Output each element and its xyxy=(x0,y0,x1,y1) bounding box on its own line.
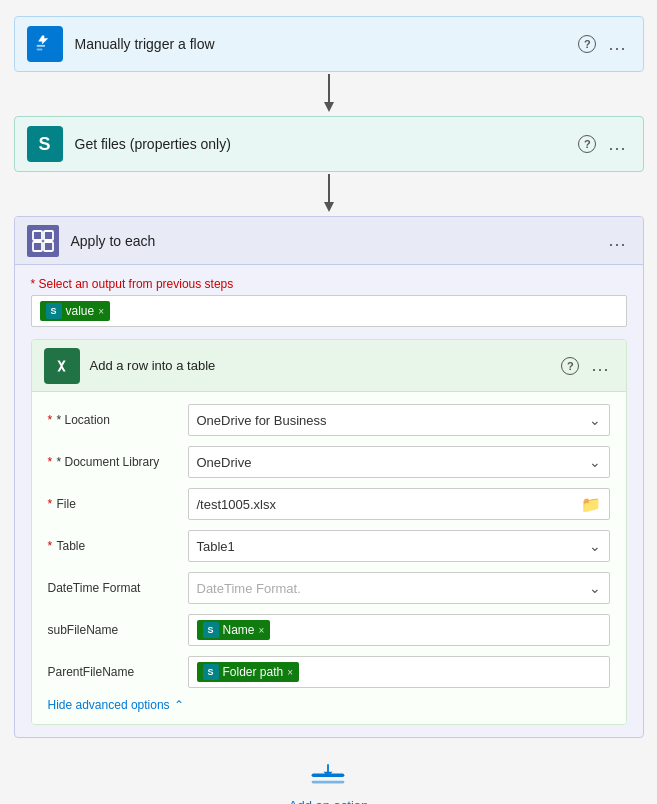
subfilename-tag-icon: S xyxy=(203,622,219,638)
file-input[interactable]: /test1005.xlsx 📁 xyxy=(188,488,610,520)
table-value: Table1 xyxy=(197,539,589,554)
subfilename-label: subFileName xyxy=(48,623,188,637)
trigger-help[interactable]: ? xyxy=(578,35,596,53)
svg-rect-1 xyxy=(36,49,42,51)
add-action-label: Add an action xyxy=(289,798,369,804)
location-row: * * Location OneDrive for Business ⌄ xyxy=(48,404,610,436)
apply-each-more-button[interactable]: ... xyxy=(604,228,630,253)
parentfilename-tag-input[interactable]: S Folder path × xyxy=(188,656,610,688)
datetime-format-placeholder: DateTime Format. xyxy=(197,581,589,596)
add-action-area: Add an action xyxy=(289,762,369,804)
datetime-chevron-icon: ⌄ xyxy=(589,580,601,596)
select-output-label: * Select an output from previous steps xyxy=(31,277,627,291)
chevron-up-icon: ⌃ xyxy=(174,698,184,712)
trigger-card: Manually trigger a flow ? ... xyxy=(14,16,644,72)
datetime-format-label: DateTime Format xyxy=(48,581,188,595)
file-row: * File /test1005.xlsx 📁 xyxy=(48,488,610,520)
parentfilename-tag-icon: S xyxy=(203,664,219,680)
parentfilename-tag: S Folder path × xyxy=(197,662,300,682)
tag-label: value xyxy=(66,304,95,318)
parentfilename-label: ParentFileName xyxy=(48,665,188,679)
location-value: OneDrive for Business xyxy=(197,413,589,428)
apply-each-title: Apply to each xyxy=(71,233,605,249)
svg-rect-7 xyxy=(44,231,53,240)
arrow-1 xyxy=(317,74,341,114)
apply-each-body: * Select an output from previous steps S… xyxy=(15,265,643,737)
excel-card-title: Add a row into a table xyxy=(90,358,562,373)
value-tag: S value × xyxy=(40,301,111,321)
trigger-title: Manually trigger a flow xyxy=(75,36,579,52)
get-files-help[interactable]: ? xyxy=(578,135,596,153)
table-chevron-icon: ⌄ xyxy=(589,538,601,554)
subfilename-tag-close[interactable]: × xyxy=(259,625,265,636)
tag-close-btn[interactable]: × xyxy=(98,306,104,317)
table-row: * Table Table1 ⌄ xyxy=(48,530,610,562)
document-library-label: * * Document Library xyxy=(48,455,188,469)
get-files-more-button[interactable]: ... xyxy=(604,132,630,157)
document-library-row: * * Document Library OneDrive ⌄ xyxy=(48,446,610,478)
svg-marker-3 xyxy=(324,102,334,112)
location-dropdown[interactable]: OneDrive for Business ⌄ xyxy=(188,404,610,436)
trigger-icon xyxy=(27,26,63,62)
trigger-more-button[interactable]: ... xyxy=(604,32,630,57)
folder-browse-icon[interactable]: 📁 xyxy=(581,495,601,514)
apply-each-icon xyxy=(27,225,59,257)
document-library-chevron-icon: ⌄ xyxy=(589,454,601,470)
svg-rect-12 xyxy=(312,781,345,784)
add-action-button[interactable]: Add an action xyxy=(289,762,369,804)
subfilename-tag-label: Name xyxy=(223,623,255,637)
sharepoint-icon: S xyxy=(27,126,63,162)
document-library-dropdown[interactable]: OneDrive ⌄ xyxy=(188,446,610,478)
svg-rect-0 xyxy=(36,45,44,47)
hide-advanced-link[interactable]: Hide advanced options ⌃ xyxy=(48,698,610,712)
table-dropdown[interactable]: Table1 ⌄ xyxy=(188,530,610,562)
get-files-title: Get files (properties only) xyxy=(75,136,579,152)
svg-rect-8 xyxy=(33,242,42,251)
excel-card-header: Add a row into a table ? ... xyxy=(32,340,626,392)
get-files-card: S Get files (properties only) ? ... xyxy=(14,116,644,172)
svg-rect-9 xyxy=(44,242,53,251)
excel-icon xyxy=(44,348,80,384)
location-label: * * Location xyxy=(48,413,188,427)
datetime-format-dropdown[interactable]: DateTime Format. ⌄ xyxy=(188,572,610,604)
excel-card-body: * * Location OneDrive for Business ⌄ * *… xyxy=(32,392,626,724)
svg-rect-6 xyxy=(33,231,42,240)
tag-sp-icon: S xyxy=(46,303,62,319)
arrow-2 xyxy=(317,174,341,214)
add-action-icon xyxy=(308,762,348,794)
excel-card: Add a row into a table ? ... * * Locatio… xyxy=(31,339,627,725)
parentfilename-tag-label: Folder path xyxy=(223,665,284,679)
datetime-format-row: DateTime Format DateTime Format. ⌄ xyxy=(48,572,610,604)
apply-each-container: Apply to each ... * Select an output fro… xyxy=(14,216,644,738)
file-label: * File xyxy=(48,497,188,511)
parentfilename-row: ParentFileName S Folder path × xyxy=(48,656,610,688)
excel-help[interactable]: ? xyxy=(561,357,579,375)
document-library-value: OneDrive xyxy=(197,455,589,470)
file-value: /test1005.xlsx xyxy=(197,497,581,512)
svg-marker-5 xyxy=(324,202,334,212)
parentfilename-tag-close[interactable]: × xyxy=(287,667,293,678)
subfilename-row: subFileName S Name × xyxy=(48,614,610,646)
location-chevron-icon: ⌄ xyxy=(589,412,601,428)
subfilename-tag-input[interactable]: S Name × xyxy=(188,614,610,646)
subfilename-tag: S Name × xyxy=(197,620,271,640)
hide-advanced-label: Hide advanced options xyxy=(48,698,170,712)
table-label: * Table xyxy=(48,539,188,553)
excel-more-button[interactable]: ... xyxy=(587,353,613,378)
sp-letter: S xyxy=(38,134,50,155)
output-tag-input[interactable]: S value × xyxy=(31,295,627,327)
apply-each-header: Apply to each ... xyxy=(15,217,643,265)
